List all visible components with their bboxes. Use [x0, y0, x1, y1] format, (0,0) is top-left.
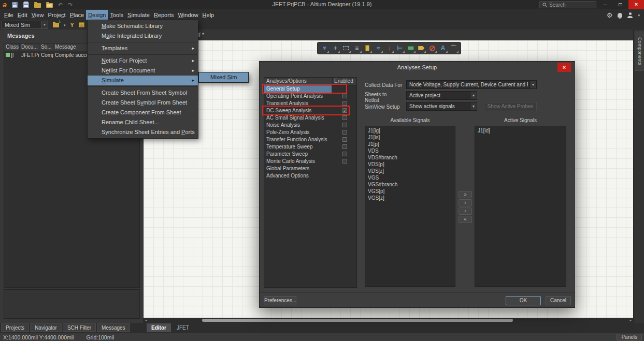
analysis-row-noise-analysis[interactable]: Noise Analysis [264, 122, 356, 129]
menu-item-netlist-for-document[interactable]: Netlist For Document▸ [88, 66, 198, 76]
menu-item-mixed-sim[interactable]: Mixed Sim [199, 72, 248, 82]
simview-dropdown[interactable]: Show active signals ▼ [406, 102, 477, 111]
enabled-checkbox-transfer-function-analysis[interactable] [342, 137, 347, 142]
settings-gear-icon[interactable]: ⚙ [607, 12, 613, 19]
move-all-right-button[interactable]: » [459, 191, 472, 198]
analysis-row-operating-point-analysis[interactable]: Operating Point Analysis [264, 93, 356, 100]
signal-vds-branch[interactable]: VDS#branch [365, 154, 455, 161]
restore-button[interactable] [613, 0, 628, 9]
global-search-box[interactable]: Search [539, 1, 596, 8]
column-header-so[interactable]: So... [39, 43, 53, 51]
notifications-bell-icon[interactable] [618, 13, 622, 18]
menu-simulate[interactable]: Simulate [125, 10, 152, 20]
menu-item-synchronize-sheet-entries-and-ports[interactable]: Synchronize Sheet Entries and Ports [88, 127, 198, 137]
sheets-to-netlist-dropdown[interactable]: Active project ▼ [406, 91, 477, 100]
signal-j1-ig[interactable]: J1[ig] [365, 127, 455, 134]
power-port-icon[interactable]: ↓ [384, 43, 394, 53]
analysis-row-monte-carlo-analysis[interactable]: Monte Carlo Analysis [264, 158, 356, 165]
signal-vds[interactable]: VDS [365, 147, 455, 154]
menu-project[interactable]: Project [46, 10, 67, 20]
signal-j1-p[interactable]: J1[p] [365, 141, 455, 147]
document-tab-jfet[interactable]: JFET [172, 323, 194, 332]
menu-file[interactable]: File [2, 10, 16, 20]
align-icon[interactable]: ≡ [352, 43, 362, 53]
analysis-row-temperature-sweep[interactable]: Temperature Sweep [264, 143, 356, 151]
menu-item-templates[interactable]: Templates▸ [88, 43, 198, 53]
signal-vgs-p[interactable]: VGS[p] [365, 188, 455, 195]
enabled-checkbox-temperature-sweep[interactable] [342, 144, 347, 149]
preferences-button[interactable]: Preferences... [264, 296, 296, 305]
dropdown-caret-icon[interactable]: ▼ [470, 102, 477, 110]
enabled-checkbox-transient-analysis[interactable] [342, 101, 347, 106]
analysis-row-advanced-options[interactable]: Advanced Options [264, 172, 356, 180]
combo-dropdown-icon[interactable]: ▾ [41, 21, 48, 28]
analysis-row-global-parameters[interactable]: Global Parameters [264, 165, 356, 172]
menu-view[interactable]: View [30, 10, 46, 20]
panel-tab-projects[interactable]: Projects [1, 323, 29, 332]
signal-vgs-branch[interactable]: VGS#branch [365, 181, 455, 188]
active-signals-list[interactable]: J1[id] [475, 126, 566, 287]
enabled-checkbox-operating-point-analysis[interactable] [342, 94, 347, 98]
menu-item-rename-child-sheet[interactable]: Rename Child Sheet... [88, 117, 198, 127]
show-active-probes-button[interactable]: Show Active Probes [484, 102, 537, 111]
menu-help[interactable]: Help [201, 10, 217, 20]
arc-icon[interactable]: ⌒ [449, 43, 459, 53]
panels-button[interactable]: Panels [617, 334, 642, 340]
components-panel-tab[interactable]: Components [635, 32, 643, 71]
place-wire-icon[interactable]: ≈ [374, 43, 383, 53]
move-left-button[interactable]: ‹ [459, 207, 472, 215]
enabled-checkbox-ac-small-signal-analysis[interactable] [342, 115, 347, 120]
analysis-row-transient-analysis[interactable]: Transient Analysis [264, 100, 356, 107]
filter-icon[interactable]: ▼ [320, 43, 329, 53]
menu-window[interactable]: Window [176, 10, 200, 20]
close-button[interactable]: × [628, 0, 644, 9]
minimize-button[interactable]: – [597, 0, 613, 9]
scroll-right-icon[interactable]: ▸ [629, 318, 632, 322]
menu-design[interactable]: Design [86, 10, 108, 20]
measure-icon[interactable]: ⊢ [395, 43, 405, 53]
folder-add-icon[interactable] [53, 23, 59, 27]
document-icon[interactable] [79, 22, 84, 27]
column-header-class[interactable]: Class [4, 43, 20, 51]
available-signals-list[interactable]: J1[ig]J1[is]J1[p]VDSVDS#branchVDS[p]VDS[… [365, 126, 455, 287]
dropdown-caret-icon[interactable]: ▾ [64, 23, 66, 27]
signal-vgs-z[interactable]: VGS[z] [365, 195, 455, 201]
analysis-row-transfer-function-analysis[interactable]: Transfer Function Analysis [264, 136, 356, 143]
menu-item-make-integrated-library[interactable]: Make Integrated Library [88, 31, 198, 41]
scrollbar-thumb[interactable] [202, 319, 513, 322]
analysis-row-pole-zero-analysis[interactable]: Pole-Zero Analysis [264, 129, 356, 136]
signal-vgs[interactable]: VGS [365, 174, 455, 181]
menu-item-create-component-from-sheet[interactable]: Create Component From Sheet [88, 108, 198, 117]
analysis-row-dc-sweep-analysis[interactable]: DC Sweep Analysis [264, 107, 356, 114]
enabled-checkbox-monte-carlo-analysis[interactable] [342, 159, 347, 164]
menu-item-create-sheet-from-sheet-symbol[interactable]: Create Sheet From Sheet Symbol [88, 88, 198, 98]
signal-j1-id[interactable]: J1[id] [475, 127, 566, 134]
analysis-row-parameter-sweep[interactable]: Parameter Sweep [264, 151, 356, 158]
dropdown-caret-icon[interactable]: ▼ [470, 92, 477, 99]
scroll-left-icon[interactable]: ◂ [145, 318, 147, 322]
ok-button[interactable]: OK [506, 296, 541, 305]
move-selection-icon[interactable]: + [331, 43, 340, 53]
move-all-left-button[interactable]: « [459, 216, 472, 223]
menu-item-simulate[interactable]: Simulate▸ [88, 76, 198, 85]
signal-j1-is[interactable]: J1[is] [365, 134, 455, 141]
enabled-checkbox-noise-analysis[interactable] [342, 123, 347, 127]
enabled-checkbox-pole-zero-analysis[interactable] [342, 130, 347, 135]
enabled-checkbox-dc-sweep-analysis[interactable] [342, 108, 347, 113]
menu-place[interactable]: Place [68, 10, 87, 20]
analysis-row-ac-small-signal-analysis[interactable]: AC Small Signal Analysis [264, 114, 356, 122]
menu-item-netlist-for-project[interactable]: Netlist For Project▸ [88, 56, 198, 66]
analysis-row-general-setup[interactable]: General Setup [264, 85, 356, 93]
collect-data-dropdown[interactable]: Node Voltage, Supply Current, Device Cur… [406, 80, 537, 89]
dropdown-caret-icon[interactable]: ▼ [529, 81, 536, 88]
signal-vds-z[interactable]: VDS[z] [365, 168, 455, 174]
place-part-icon[interactable] [363, 43, 372, 53]
menu-item-create-sheet-symbol-from-sheet[interactable]: Create Sheet Symbol From Sheet [88, 98, 198, 108]
probe-y-icon[interactable]: Y [70, 22, 74, 28]
place-text-icon[interactable]: A [438, 43, 448, 53]
panel-tab-sch-filter[interactable]: SCH Filter [63, 323, 96, 332]
user-account-icon[interactable] [627, 12, 633, 18]
menu-item-make-schematic-library[interactable]: Make Schematic Library [88, 21, 198, 31]
selection-area-icon[interactable] [341, 43, 351, 53]
cancel-button[interactable]: Cancel [546, 296, 571, 305]
